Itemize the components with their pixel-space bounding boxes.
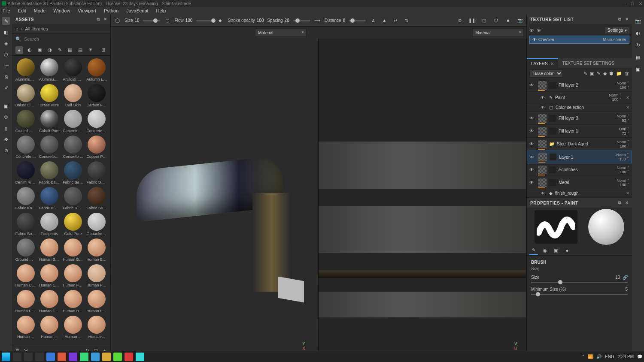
filter-filters-icon[interactable]: ◑ xyxy=(46,46,54,54)
shader-settings-icon[interactable]: ◐ xyxy=(634,29,642,37)
asset-item[interactable]: Fabric Bam... xyxy=(38,161,60,184)
asset-item[interactable]: Baked Ligh... xyxy=(15,84,36,107)
layer-blend-info[interactable]: Norm ˅100 ˅ xyxy=(617,140,630,148)
layer-name[interactable]: Fill layer 1 xyxy=(559,129,617,133)
material-picker-icon[interactable]: ✐ xyxy=(2,84,10,92)
symmetry-icon[interactable]: ▲ xyxy=(380,17,388,24)
taskbar-app-8[interactable] xyxy=(125,353,133,361)
asset-item[interactable]: Human Ba... xyxy=(38,238,60,262)
asset-item[interactable]: Denim Rivet xyxy=(15,161,36,184)
asset-item[interactable]: Brass Pure xyxy=(38,84,60,107)
layer-visibility-icon[interactable]: 👁 xyxy=(541,105,547,110)
filter-textures-icon[interactable]: ▤ xyxy=(76,46,84,54)
material-select-2d[interactable]: Material xyxy=(472,29,524,37)
filter-materials-icon[interactable]: ● xyxy=(15,46,23,54)
asset-item[interactable]: Human ... xyxy=(15,316,36,339)
camera-projection-icon[interactable]: ⬡ xyxy=(492,17,500,24)
layer-row[interactable]: 👁Fill layer 2Norm ˅100 ˅ xyxy=(527,79,632,92)
distance-slider[interactable] xyxy=(349,20,366,21)
layer-name[interactable]: Color selection xyxy=(556,105,622,110)
asset-item[interactable]: Coated Me... xyxy=(15,110,36,133)
assets-search-input[interactable] xyxy=(24,36,107,42)
layer-visibility-icon[interactable]: 👁 xyxy=(541,95,547,100)
asset-item[interactable]: Fabric Bas... xyxy=(62,161,84,184)
size-slider[interactable] xyxy=(143,20,160,21)
menu-python[interactable]: Python xyxy=(104,8,118,13)
window-minimize-icon[interactable]: — xyxy=(622,1,626,6)
mask-icon[interactable]: ▣ xyxy=(590,71,594,76)
layer-name[interactable]: Scratches xyxy=(559,167,614,172)
asset-item[interactable]: Fabric Rou... xyxy=(38,187,60,210)
asset-item[interactable]: Human Le... xyxy=(86,290,108,313)
layer-name[interactable]: Metal xyxy=(559,180,614,185)
add-fill-layer-icon[interactable]: ◆ xyxy=(603,71,607,76)
layer-blend-info[interactable]: Norm ˅92 ˅ xyxy=(617,114,630,123)
tsl-visibility-all-icon[interactable]: 👁 xyxy=(529,28,534,33)
menu-viewport[interactable]: Viewport xyxy=(78,8,96,13)
taskbar-app-4[interactable] xyxy=(80,353,88,361)
asset-item[interactable]: Concrete C... xyxy=(86,110,108,133)
tray-network-icon[interactable]: 📶 xyxy=(588,354,593,359)
asset-item[interactable]: Human ... xyxy=(86,316,108,339)
add-paint-layer-icon[interactable]: ✎ xyxy=(597,71,601,76)
pause-render-icon[interactable]: ❚❚ xyxy=(468,17,476,24)
tab-layers-close-icon[interactable]: ✕ xyxy=(550,61,554,66)
polygon-fill-tool-icon[interactable]: ⬠ xyxy=(2,51,10,58)
asset-item[interactable]: Human ... xyxy=(38,316,60,339)
taskbar-app-6[interactable] xyxy=(102,353,111,361)
add-folder-icon[interactable]: 📁 xyxy=(616,71,622,76)
asset-item[interactable]: Human He... xyxy=(62,290,84,313)
asset-item[interactable]: Human Fa... xyxy=(62,264,84,287)
asset-item[interactable]: Ground Gr... xyxy=(15,238,36,262)
asset-item[interactable]: Gold Pure xyxy=(62,213,84,236)
layer-row[interactable]: 👁ScratchesNorm ˅100 ˅ xyxy=(527,163,632,176)
delete-layer-icon[interactable]: 🗑 xyxy=(625,71,629,76)
tsl-popout-icon[interactable]: ⧉ xyxy=(618,17,622,22)
lazy-mouse-icon[interactable]: ⟿ xyxy=(313,17,321,24)
asset-item[interactable]: Human ... xyxy=(62,316,84,339)
camera-capture-icon[interactable]: 📷 xyxy=(516,17,524,24)
asset-item[interactable]: Fabric Soft... xyxy=(86,187,108,210)
clone-tool-icon[interactable]: ⎘ xyxy=(2,73,10,81)
search-icon[interactable]: 🔍 xyxy=(15,36,21,42)
props-close-icon[interactable]: ✕ xyxy=(625,200,629,205)
material-select-3d[interactable]: Material xyxy=(255,29,307,37)
tab-texture-set-settings[interactable]: TEXTURE SET SETTINGS xyxy=(558,58,619,68)
layer-blend-info[interactable]: Ovrl ˅73 ˅ xyxy=(619,127,629,136)
asset-item[interactable]: Human Fo... xyxy=(15,290,36,313)
asset-item[interactable]: Concrete ... xyxy=(62,136,84,159)
effect-delete-icon[interactable]: ✕ xyxy=(626,95,629,100)
layer-visibility-icon[interactable]: 👁 xyxy=(530,155,536,160)
asset-item[interactable]: Cobalt Pure xyxy=(38,110,60,133)
tray-notifications-icon[interactable]: 💬 xyxy=(637,354,642,359)
asset-item[interactable]: Concrete S... xyxy=(38,136,60,159)
assets-breadcrumb[interactable]: ⌂ › All libraries xyxy=(12,24,110,33)
mirror-y-icon[interactable]: ⇅ xyxy=(403,17,410,24)
layer-blend-info[interactable]: Norm ˅100 ˅ xyxy=(617,178,630,187)
menu-file[interactable]: File xyxy=(3,8,10,13)
material-tab-icon[interactable]: ● xyxy=(563,246,571,255)
flow-slider[interactable] xyxy=(196,20,213,21)
asset-item[interactable]: Autumn Le... xyxy=(86,58,108,81)
layer-visibility-icon[interactable]: 👁 xyxy=(529,83,535,87)
taskbar-app-9[interactable] xyxy=(136,353,144,361)
min-size-slider[interactable] xyxy=(531,294,628,295)
stencil-icon[interactable]: ◆ xyxy=(216,17,224,24)
layer-row[interactable]: 👁Layer 1Norm ˅100 ˅ xyxy=(527,151,632,163)
taskbar-taskview-icon[interactable] xyxy=(35,353,44,361)
layer-visibility-icon[interactable]: 👁 xyxy=(529,142,535,146)
asset-item[interactable]: Human Ch... xyxy=(15,264,36,287)
tsl-close-icon[interactable]: ✕ xyxy=(625,17,629,22)
angle-icon[interactable]: ∡ xyxy=(369,17,377,24)
tray-language[interactable]: ENG xyxy=(605,354,614,359)
layer-row[interactable]: 👁Fill layer 1Ovrl ˅73 ˅ xyxy=(527,125,632,138)
filter-grid-view-icon[interactable]: ⊞ xyxy=(99,46,107,54)
taskbar-search-icon[interactable] xyxy=(13,353,21,361)
window-close-icon[interactable]: ✕ xyxy=(639,1,642,6)
layer-blend-info[interactable]: Norm ˅100 ˅ xyxy=(609,93,622,102)
tray-sound-icon[interactable]: 🔊 xyxy=(596,354,601,359)
tsl-settings-dropdown[interactable]: Settings▾ xyxy=(605,27,629,33)
effect-delete-icon[interactable]: ✕ xyxy=(626,105,629,110)
asset-item[interactable]: Gouache P... xyxy=(86,213,108,236)
layer-row[interactable]: 👁✎PaintNorm ˅100 ˅✕ xyxy=(527,92,632,103)
